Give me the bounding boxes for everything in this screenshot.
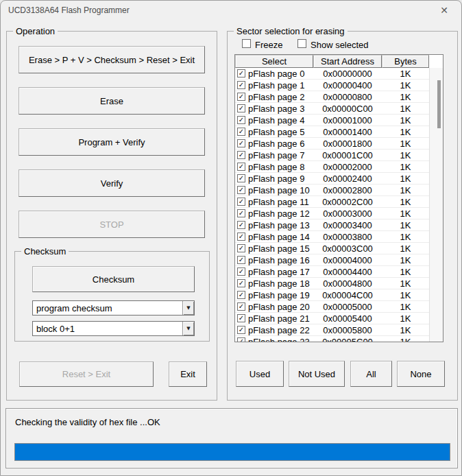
all-button[interactable]: All <box>350 361 392 387</box>
row-bytes: 1K <box>382 69 429 79</box>
checksum-type-select[interactable]: program checksum ▼ <box>32 300 195 316</box>
verify-button[interactable]: Verify <box>19 169 205 197</box>
row-checkbox[interactable]: ✓ <box>237 337 245 342</box>
row-address: 0x00001C00 <box>313 150 382 160</box>
table-row[interactable]: ✓ pFlash page 23 0x00005C00 1K <box>235 336 429 342</box>
row-name: pFlash page 6 <box>248 139 304 149</box>
exit-button[interactable]: Exit <box>169 361 207 387</box>
used-button[interactable]: Used <box>236 361 284 387</box>
progress-bar <box>14 443 450 461</box>
row-checkbox[interactable]: ✓ <box>237 186 245 194</box>
checksum-button[interactable]: Checksum <box>32 266 195 292</box>
freeze-checkbox-label: Freeze <box>255 40 282 50</box>
table-row[interactable]: ✓ pFlash page 4 0x00001000 1K <box>235 115 429 126</box>
table-row[interactable]: ✓ pFlash page 7 0x00001C00 1K <box>235 150 429 161</box>
column-header-select[interactable]: Select <box>235 55 313 68</box>
table-row[interactable]: ✓ pFlash page 3 0x00000C00 1K <box>235 103 429 115</box>
show-selected-checkbox[interactable] <box>297 39 306 48</box>
row-bytes: 1K <box>382 104 429 114</box>
sector-table-header: Select Start Address Bytes <box>235 55 443 68</box>
table-row[interactable]: ✓ pFlash page 0 0x00000000 1K <box>235 68 429 80</box>
table-row[interactable]: ✓ pFlash page 17 0x00004400 1K <box>235 266 429 278</box>
table-row[interactable]: ✓ pFlash page 19 0x00004C00 1K <box>235 289 429 301</box>
table-row[interactable]: ✓ pFlash page 21 0x00005400 1K <box>235 313 429 324</box>
row-checkbox[interactable]: ✓ <box>237 291 245 299</box>
checksum-group-label: Checksum <box>21 246 69 257</box>
row-address: 0x00001800 <box>313 139 382 149</box>
row-name: pFlash page 8 <box>248 162 304 172</box>
checksum-type-value: program checksum <box>36 303 112 313</box>
program-verify-button[interactable]: Program + Verify <box>19 128 205 156</box>
freeze-checkbox[interactable] <box>242 39 251 48</box>
row-name: pFlash page 10 <box>248 185 310 195</box>
erase-button[interactable]: Erase <box>19 87 205 115</box>
row-checkbox[interactable]: ✓ <box>237 93 245 101</box>
row-checkbox[interactable]: ✓ <box>237 209 245 217</box>
row-checkbox[interactable]: ✓ <box>237 256 245 264</box>
row-checkbox[interactable]: ✓ <box>237 128 245 136</box>
row-checkbox[interactable]: ✓ <box>237 198 245 206</box>
row-checkbox[interactable]: ✓ <box>237 233 245 241</box>
table-row[interactable]: ✓ pFlash page 20 0x00005000 1K <box>235 301 429 313</box>
table-row[interactable]: ✓ pFlash page 14 0x00003800 1K <box>235 231 429 243</box>
checksum-block-dropdown-button[interactable]: ▼ <box>182 322 194 335</box>
none-button[interactable]: None <box>397 361 445 387</box>
column-header-start-address[interactable]: Start Address <box>313 55 382 68</box>
row-address: 0x00001000 <box>313 115 382 126</box>
row-checkbox[interactable]: ✓ <box>237 69 245 78</box>
erase-pv-checksum-reset-exit-button[interactable]: Erase > P + V > Checksum > Reset > Exit <box>19 46 205 73</box>
table-row[interactable]: ✓ pFlash page 12 0x00003000 1K <box>235 208 429 219</box>
row-name: pFlash page 16 <box>248 255 310 265</box>
table-row[interactable]: ✓ pFlash page 9 0x00002400 1K <box>235 173 429 185</box>
table-row[interactable]: ✓ pFlash page 8 0x00002000 1K <box>235 161 429 173</box>
row-address: 0x00004400 <box>313 267 382 277</box>
row-checkbox[interactable]: ✓ <box>237 314 245 322</box>
row-name: pFlash page 0 <box>248 69 304 79</box>
row-checkbox[interactable]: ✓ <box>237 151 245 159</box>
row-checkbox[interactable]: ✓ <box>237 302 245 311</box>
row-checkbox[interactable]: ✓ <box>237 279 245 287</box>
row-checkbox[interactable]: ✓ <box>237 326 245 334</box>
row-checkbox[interactable]: ✓ <box>237 174 245 182</box>
table-scrollbar[interactable] <box>429 68 443 342</box>
row-checkbox[interactable]: ✓ <box>237 81 245 89</box>
table-row[interactable]: ✓ pFlash page 6 0x00001800 1K <box>235 138 429 150</box>
table-row[interactable]: ✓ pFlash page 2 0x00000800 1K <box>235 91 429 103</box>
table-row[interactable]: ✓ pFlash page 22 0x00005800 1K <box>235 324 429 336</box>
row-checkbox[interactable]: ✓ <box>237 104 245 112</box>
row-checkbox[interactable]: ✓ <box>237 244 245 252</box>
row-checkbox[interactable]: ✓ <box>237 267 245 276</box>
table-row[interactable]: ✓ pFlash page 5 0x00001400 1K <box>235 126 429 138</box>
row-checkbox[interactable]: ✓ <box>237 221 245 229</box>
not-used-button[interactable]: Not Used <box>289 361 345 387</box>
scrollbar-thumb[interactable] <box>437 80 441 128</box>
table-row[interactable]: ✓ pFlash page 13 0x00003400 1K <box>235 219 429 231</box>
row-name: pFlash page 5 <box>248 127 304 137</box>
close-button[interactable]: ✕ <box>430 1 459 20</box>
row-address: 0x00003800 <box>313 232 382 242</box>
table-row[interactable]: ✓ pFlash page 15 0x00003C00 1K <box>235 243 429 254</box>
row-name: pFlash page 1 <box>248 80 304 91</box>
row-name: pFlash page 9 <box>248 174 304 184</box>
window-title: UCD3138A64 Flash Programmer <box>8 5 130 15</box>
row-bytes: 1K <box>382 185 429 195</box>
title-bar: UCD3138A64 Flash Programmer ✕ <box>1 1 461 20</box>
row-checkbox[interactable]: ✓ <box>237 116 245 124</box>
column-header-bytes[interactable]: Bytes <box>382 55 429 68</box>
table-row[interactable]: ✓ pFlash page 16 0x00004000 1K <box>235 254 429 266</box>
table-row[interactable]: ✓ pFlash page 18 0x00004800 1K <box>235 278 429 289</box>
row-checkbox[interactable]: ✓ <box>237 163 245 171</box>
status-message: Checking the validity of hex file ...OK <box>15 417 160 427</box>
table-row[interactable]: ✓ pFlash page 10 0x00002800 1K <box>235 185 429 196</box>
table-row[interactable]: ✓ pFlash page 11 0x00002C00 1K <box>235 196 429 208</box>
table-row[interactable]: ✓ pFlash page 1 0x00000400 1K <box>235 80 429 91</box>
row-address: 0x00005800 <box>313 325 382 335</box>
row-bytes: 1K <box>382 150 429 160</box>
row-address: 0x00005C00 <box>313 337 382 343</box>
row-name: pFlash page 15 <box>248 243 310 254</box>
row-address: 0x00004800 <box>313 278 382 289</box>
row-checkbox[interactable]: ✓ <box>237 139 245 147</box>
checksum-block-select[interactable]: block 0+1 ▼ <box>32 321 195 336</box>
checksum-type-dropdown-button[interactable]: ▼ <box>182 301 194 315</box>
row-bytes: 1K <box>382 209 429 219</box>
